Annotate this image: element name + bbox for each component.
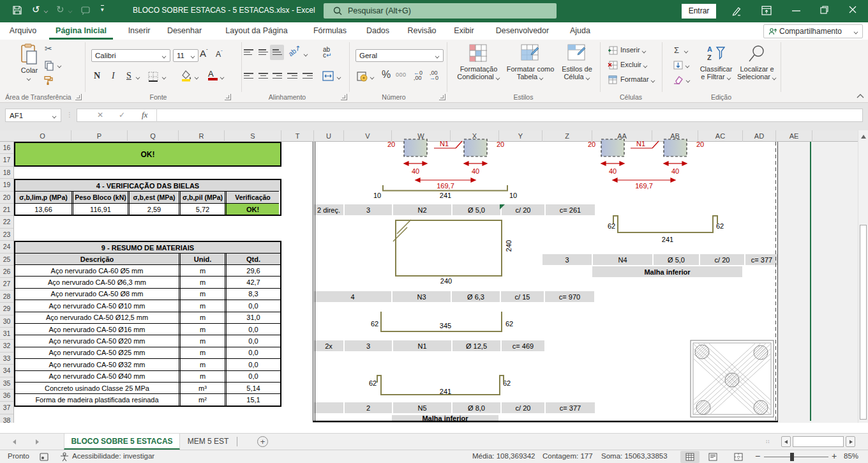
percent-icon[interactable]: % (382, 69, 391, 80)
alignment-launcher-icon[interactable] (341, 94, 347, 100)
autosum-icon[interactable]: Σ (674, 45, 679, 55)
fill-icon[interactable] (673, 61, 683, 70)
close-button[interactable] (849, 6, 857, 13)
collapse-ribbon-icon[interactable] (857, 93, 864, 98)
vertical-scroll-thumb[interactable] (860, 225, 867, 420)
decrease-decimal-icon[interactable]: ,00→0 (430, 70, 438, 80)
sheet-nav-right-icon[interactable] (36, 439, 39, 444)
sheet-tab-2[interactable]: MEM 5 EST (180, 434, 236, 450)
hscroll-splitter[interactable]: ⁞⁞ (766, 439, 770, 444)
cancel-formula-icon[interactable]: ✕ (97, 110, 103, 119)
minimize-button[interactable] (792, 10, 800, 11)
sheet-tab-1[interactable]: BLOCO SOBRE 5 ESTACAS (64, 434, 180, 450)
font-launcher-icon[interactable] (225, 94, 231, 100)
ribbon-tab-inserir[interactable]: Inserir (125, 22, 153, 40)
increase-decimal-icon[interactable]: ←0,00 (414, 70, 423, 80)
new-sheet-button[interactable]: + (257, 436, 268, 447)
restore-button[interactable] (820, 6, 828, 14)
increase-font-icon[interactable]: Aˆ (200, 48, 208, 59)
align-top-icon[interactable] (244, 48, 253, 56)
delete-cells-icon[interactable] (608, 61, 618, 70)
vertical-scrollbar[interactable] (858, 130, 868, 423)
cut-icon[interactable]: ✂ (45, 43, 52, 54)
copy-icon[interactable] (45, 61, 54, 71)
search-box[interactable]: Pesquisar (Alt+G) (324, 3, 557, 19)
draw-pen-icon[interactable] (731, 6, 742, 16)
fill-color-icon[interactable] (181, 70, 192, 82)
delete-cells-label[interactable]: Excluir (620, 61, 648, 68)
wrap-text-icon[interactable]: abc↵ (323, 47, 331, 58)
decrease-font-icon[interactable]: Aˇ (216, 49, 223, 59)
ribbon-tab-f-rmulas[interactable]: Fórmulas (308, 22, 352, 40)
insert-cells-label[interactable]: Inserir (620, 46, 647, 54)
undo-icon[interactable]: ↺ (32, 4, 40, 15)
ribbon-tab-ajuda[interactable]: Ajuda (568, 22, 592, 40)
align-bottom-icon[interactable] (273, 48, 282, 56)
zoom-out-button[interactable]: − (755, 451, 760, 461)
accessibility-icon[interactable] (60, 452, 69, 462)
hscroll-right-button[interactable] (846, 436, 855, 447)
clear-icon[interactable] (673, 75, 684, 84)
name-box[interactable]: AF1 (5, 109, 61, 122)
decrease-indent-icon[interactable] (287, 72, 297, 80)
ribbon-tab-desenvolvedor[interactable]: Desenvolvedor (488, 22, 557, 40)
view-normal-button[interactable] (680, 451, 700, 463)
align-center-icon[interactable] (258, 72, 268, 80)
ribbon-tab-layout-da-p-gina[interactable]: Layout da Página (217, 22, 296, 40)
increase-indent-icon[interactable] (303, 72, 313, 80)
ribbon-tab-revis-o[interactable]: Revisão (404, 22, 440, 40)
share-button[interactable]: Compartilhamento (763, 24, 863, 38)
formula-input[interactable] (77, 109, 863, 122)
clipboard-launcher-icon[interactable] (75, 94, 82, 100)
hscroll-left-button[interactable] (781, 436, 791, 447)
status-accessibility[interactable]: Acessibilidade: investigar (72, 452, 154, 460)
format-cells-label[interactable]: Formatar (620, 75, 655, 83)
save-icon[interactable] (13, 6, 22, 15)
underline-button[interactable]: S (126, 71, 131, 81)
font-size-select[interactable]: 11 (173, 49, 198, 62)
accounting-format-icon[interactable] (357, 71, 368, 82)
worksheet-grid[interactable]: OPQRSTUVWXYZAAABACADAE 16171819202122232… (0, 130, 868, 423)
redo-icon[interactable]: ↻ (56, 4, 64, 15)
number-format-select[interactable]: Geral (355, 49, 444, 62)
macro-record-icon[interactable] (40, 453, 49, 461)
align-left-icon[interactable] (244, 72, 253, 80)
merge-center-icon[interactable] (322, 71, 334, 81)
number-launcher-icon[interactable] (439, 94, 445, 100)
insert-function-icon[interactable]: fx (142, 110, 147, 120)
undo-caret-icon[interactable] (44, 9, 49, 12)
sign-in-button[interactable]: Entrar (682, 4, 716, 19)
align-middle-icon[interactable] (258, 48, 268, 56)
sheet-nav-left-icon[interactable] (13, 439, 16, 444)
hscroll-thumb[interactable] (793, 436, 844, 447)
ribbon-display-options-icon[interactable] (761, 6, 772, 15)
align-right-icon[interactable] (273, 72, 282, 80)
zoom-level[interactable]: 85% (844, 452, 858, 460)
orientation-icon[interactable]: ab↗ (287, 43, 303, 58)
redo-caret-icon[interactable] (68, 9, 73, 12)
ribbon-tab-arquivo[interactable]: Arquivo (9, 22, 37, 40)
zoom-slider-handle[interactable] (790, 453, 794, 461)
comma-icon[interactable]: 000 (396, 72, 407, 78)
borders-icon[interactable] (148, 72, 158, 82)
insert-cells-icon[interactable] (608, 46, 618, 55)
bold-button[interactable]: N (94, 71, 100, 81)
namebox-splitter[interactable]: ⋮ (66, 111, 73, 118)
ribbon-tab-dados[interactable]: Dados (364, 22, 392, 40)
ribbon-tab-desenhar[interactable]: Desenhar (163, 22, 206, 40)
view-pagebreak-button[interactable] (734, 453, 743, 461)
italic-button[interactable]: I (112, 71, 115, 81)
font-name-select[interactable]: Calibri (91, 49, 170, 62)
enter-formula-icon[interactable]: ✓ (119, 110, 125, 119)
qat-customize-icon[interactable]: ▾ (101, 5, 104, 13)
format-painter-icon[interactable] (43, 75, 54, 85)
ribbon-tab-p-gina-inicial[interactable]: Página Inicial (49, 22, 113, 40)
ribbon-tab-exibir[interactable]: Exibir (451, 22, 477, 40)
zoom-slider[interactable] (764, 457, 828, 457)
format-cells-icon[interactable] (608, 75, 618, 84)
touch-mode-icon[interactable] (81, 6, 91, 15)
font-color-icon[interactable]: A (208, 69, 218, 80)
zoom-in-button[interactable]: + (832, 451, 837, 461)
view-layout-button[interactable] (708, 453, 717, 461)
scroll-up-icon[interactable] (861, 135, 866, 139)
